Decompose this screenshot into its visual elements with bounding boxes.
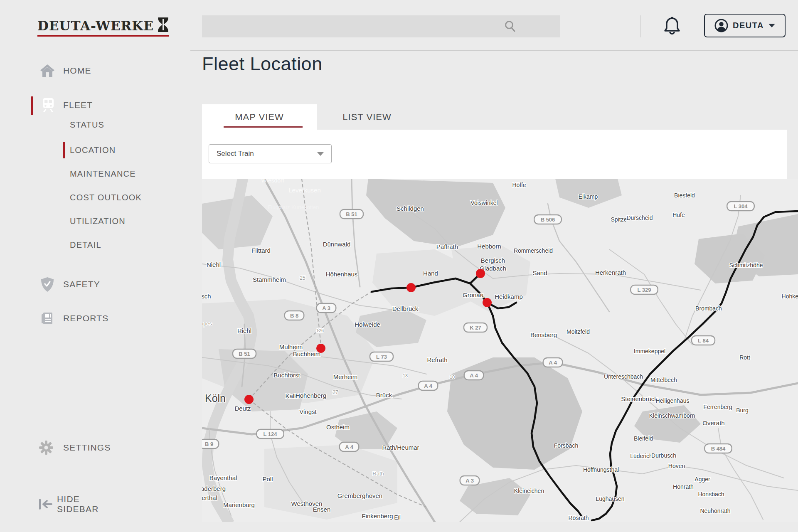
train-marker[interactable] <box>476 269 485 278</box>
map-place-label: Finkenberg <box>362 512 393 520</box>
road-badge: B 51 <box>340 209 363 219</box>
map-place-label: Hohkeppel <box>782 293 798 300</box>
map-place-label: Immekeppel <box>634 348 665 355</box>
svg-text:B 484: B 484 <box>711 446 726 452</box>
tab-list-view[interactable]: LIST VIEW <box>317 104 417 130</box>
map-place-label: Lüghausen <box>596 495 624 502</box>
map-place-label: Flugplatz Kurtekotten <box>268 204 319 210</box>
map-place-label: Eil <box>394 514 401 521</box>
map-place-label: Dellbrück <box>392 305 419 312</box>
map-place-label: Hoffnungsthal <box>583 466 619 473</box>
gear-icon <box>39 441 53 455</box>
notifications-bell-icon[interactable] <box>662 16 682 37</box>
sidebar-item-label: MAINTENANCE <box>70 169 136 179</box>
map-place-label: Honrath <box>673 483 694 490</box>
sidebar-item-label: STATUS <box>70 120 104 130</box>
map-place-label: Köln <box>205 392 226 404</box>
train-marker[interactable] <box>483 298 492 307</box>
map-place-label: Sand <box>532 269 547 276</box>
map-place-label: Hoven <box>668 463 685 469</box>
road-badge: A 4 <box>340 442 359 451</box>
svg-text:A 4: A 4 <box>424 383 433 389</box>
map-place-label: Vingst <box>299 408 317 415</box>
select-train-label: Select Train <box>217 150 254 158</box>
active-indicator-location <box>63 142 65 158</box>
map-place-label: Buchforst <box>273 372 300 379</box>
map-place-label: Bayenthal <box>209 474 237 481</box>
map-place-label: Honsbach <box>698 491 724 498</box>
map-place-label: Riehl <box>237 327 251 334</box>
svg-text:L 73: L 73 <box>376 354 387 360</box>
map-place-label: Dürscheid <box>626 214 653 221</box>
map-place-label: Spitze <box>611 216 627 223</box>
active-tab-underline <box>224 126 303 128</box>
svg-text:L 304: L 304 <box>734 203 748 209</box>
map-place-label: Refrath <box>427 356 447 363</box>
map-place-label: 126 <box>316 328 324 333</box>
sidebar-item-location[interactable]: LOCATION <box>70 143 116 157</box>
road-badge: L 304 <box>727 202 754 211</box>
svg-text:A 3: A 3 <box>466 478 474 484</box>
sidebar-item-utilization[interactable]: UTILIZATION <box>70 214 126 228</box>
sidebar-item-label: LOCATION <box>70 145 116 155</box>
tab-map-view[interactable]: MAP VIEW <box>202 104 317 130</box>
train-marker[interactable] <box>406 283 416 292</box>
map-place-label: Deutz <box>234 405 251 412</box>
user-menu-label: DEUTA <box>733 21 764 30</box>
svg-text:B 51: B 51 <box>239 351 250 357</box>
brand-logo: DEUTA-WERKE <box>37 17 169 37</box>
map-road <box>609 249 692 345</box>
road-badge: B 8 <box>285 311 304 320</box>
map-place-label: aderberg <box>202 485 226 492</box>
sidebar-item-maintenance[interactable]: MAINTENANCE <box>70 167 136 181</box>
sidebar-item-cost-outlook[interactable]: COST OUTLOOK <box>70 190 142 204</box>
brand-underline <box>37 35 169 37</box>
chevron-down-icon <box>768 24 775 27</box>
active-indicator-fleet <box>31 96 33 115</box>
map-place-label: Mittelbech <box>650 377 677 383</box>
sidebar-item-status[interactable]: STATUS <box>70 118 104 132</box>
map-place-label: Ensen <box>313 506 331 513</box>
map-toolbar-panel: Select Train <box>202 130 787 179</box>
map-place-label: Agger <box>695 476 710 483</box>
map-place-label: Lüderich <box>630 453 653 459</box>
map-place-label: Rösrath <box>568 515 589 521</box>
map-place-label: Schildgen <box>397 205 424 212</box>
map-place-label: Stammheim <box>253 276 286 283</box>
sidebar-item-label: SAFETY <box>63 279 100 289</box>
road-badge: A 4 <box>419 381 438 390</box>
road-badge: A 3 <box>317 303 336 313</box>
train-marker[interactable] <box>244 395 254 404</box>
select-train-dropdown[interactable]: Select Train <box>209 144 332 163</box>
road-badge: B 484 <box>704 444 732 453</box>
map-place-label: Kleineichen <box>514 488 544 494</box>
sidebar-item-label: SETTINGS <box>63 443 111 453</box>
search-icon <box>504 20 516 32</box>
map-place-label: Poll <box>262 475 273 483</box>
map-place-label: Rath/Heumar <box>382 444 419 451</box>
header-divider <box>190 50 798 51</box>
road-badge: L 73 <box>370 352 393 361</box>
map-place-label: Untereschbach <box>604 373 643 380</box>
map-place-label: Flittard <box>251 247 271 254</box>
map-place-label: Höhenberg <box>296 392 326 399</box>
map-place-label: Heidkamp <box>495 293 523 300</box>
home-icon <box>40 64 54 77</box>
map-place-label: Hand <box>423 270 438 277</box>
map-place-label: Ferrenberg <box>703 404 732 410</box>
sidebar-item-detail[interactable]: DETAIL <box>70 238 101 252</box>
svg-text:A 4: A 4 <box>470 372 478 379</box>
user-menu-button[interactable]: DEUTA <box>704 14 786 37</box>
fleet-map[interactable]: B 51B 506L 304L 329L 84B 51B 8A 3L 73K 2… <box>202 179 798 522</box>
map-place-label: 27 <box>332 389 338 395</box>
map-area <box>366 179 505 247</box>
road-badge: A 4 <box>464 371 484 380</box>
page-title: Fleet Location <box>202 53 323 75</box>
map-place-label: Steinenbrück <box>621 395 658 402</box>
sidebar-item-label: FLEET <box>63 100 93 110</box>
map-place-label: Wiesdorf <box>261 179 284 184</box>
sidebar-item-label: REPORTS <box>63 313 109 323</box>
train-marker[interactable] <box>316 344 325 353</box>
chevron-down-icon <box>317 152 324 156</box>
map-place-label: Brombach <box>695 305 722 312</box>
